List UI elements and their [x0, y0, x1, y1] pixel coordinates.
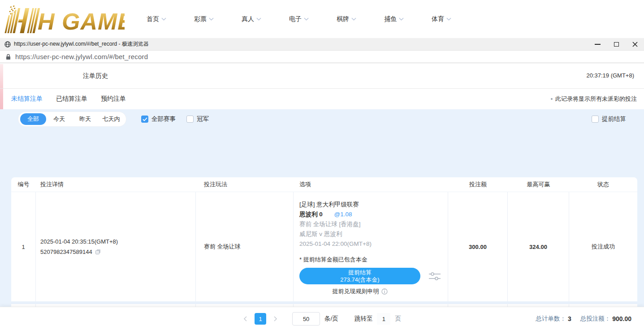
prev-page-icon[interactable] — [243, 316, 248, 321]
total-amount-value: 900.00 — [612, 315, 631, 322]
address-bar[interactable]: https://user-pc-new.jylywl.com/#/bet_rec… — [0, 51, 644, 63]
nav-label: 捕鱼 — [384, 15, 397, 23]
bullet-dot-icon — [551, 98, 553, 100]
total-count-value: 3 — [568, 315, 571, 322]
date-filter-seven-days[interactable]: 七天内 — [98, 113, 124, 125]
copy-icon[interactable] — [95, 249, 101, 255]
cell-max-win: 324.00 — [508, 192, 569, 301]
col-header-max-win: 最高可赢 — [508, 180, 569, 189]
globe-icon — [4, 41, 11, 47]
lock-icon — [6, 54, 11, 60]
maximize-icon[interactable] — [614, 42, 619, 47]
chevron-down-icon — [399, 17, 404, 21]
early-settlement-label: 提前结算 — [602, 115, 626, 123]
nav-label: 电子 — [289, 15, 302, 23]
cell-option: [足球] 意大利甲级联赛 恩波利 0 @1.08 赛前 全场让球 [香港盘] 威… — [294, 192, 448, 301]
per-page-label: 条/页 — [324, 315, 338, 323]
page-title: 注单历史 — [83, 72, 108, 80]
page-number-button[interactable]: 1 — [255, 313, 266, 325]
tab-unsettled[interactable]: 未结算注单 — [11, 95, 43, 103]
hh-game-logo[interactable]: H GAME — [4, 4, 125, 34]
match-teams: 威尼斯 v 恩波利 — [299, 229, 448, 239]
col-header-amount: 投注额 — [448, 180, 508, 189]
early-settlement-checkbox[interactable]: 提前结算 — [592, 115, 626, 123]
page-content: 注单历史 20:37:19 (GMT+8) 未结算注单 已结算注单 预约注单 此… — [0, 63, 644, 307]
checkbox-unchecked-icon — [592, 116, 599, 123]
all-events-checkbox[interactable]: 全部赛事 — [141, 115, 176, 123]
cashout-button-amount: 273.74(含本金) — [340, 276, 379, 283]
cell-no: 1 — [11, 192, 36, 301]
cashout-rule-text: 提前兑现规则申明 — [333, 287, 379, 296]
nav-label: 棋牌 — [337, 15, 349, 23]
cell-status: 投注成功 — [569, 192, 637, 301]
check-icon — [143, 117, 147, 121]
table-row: 1 2025-01-04 20:35:15(GMT+8) 52079823475… — [11, 192, 637, 301]
col-header-option: 选项 — [294, 180, 448, 189]
chevron-down-icon — [351, 17, 356, 21]
table-header-row: 编号 投注详情 投注玩法 选项 投注额 最高可赢 状态 — [11, 177, 637, 192]
chevron-down-icon — [161, 17, 166, 21]
cell-bet-amount: 300.00 — [448, 192, 508, 301]
pick-name: 恩波利 0 — [299, 211, 323, 218]
record-tabs: 未结算注单 已结算注单 预约注单 — [11, 89, 126, 109]
cashout-rule-link[interactable]: 提前兑现规则申明 — [299, 287, 420, 296]
close-icon[interactable] — [632, 42, 638, 47]
nav-item-slots[interactable]: 电子 — [289, 15, 309, 23]
nav-label: 首页 — [147, 15, 159, 23]
col-header-detail: 投注详情 — [36, 180, 196, 189]
pagination-footer: 1 条/页 跳转至 页 总计单数： 3 总投注额： 900.00 — [0, 307, 644, 330]
next-page-icon[interactable] — [272, 316, 278, 321]
sliders-icon[interactable] — [428, 271, 441, 281]
jump-to-label: 跳转至 — [354, 315, 373, 323]
bet-time: 2025-01-04 20:35:15(GMT+8) — [40, 236, 195, 247]
hh-game-logo-icon: H GAME — [4, 4, 125, 34]
tab-settled[interactable]: 已结算注单 — [56, 95, 87, 103]
date-filter-all[interactable]: 全部 — [20, 113, 46, 125]
odds-value: @1.08 — [334, 211, 352, 218]
nav-label: 体育 — [432, 15, 444, 23]
bet-id: 5207982347589144 — [40, 247, 92, 257]
nav-item-chess[interactable]: 棋牌 — [337, 15, 356, 23]
clock-text: 20:37:19 (GMT+8) — [586, 72, 634, 79]
nav-label: 真人 — [242, 15, 254, 23]
cashout-button-label: 提前结算 — [348, 269, 372, 276]
nav-label: 彩票 — [194, 15, 207, 23]
early-settle-note: * 提前结算金额已包含本金 — [299, 255, 448, 265]
info-icon — [381, 288, 388, 295]
chevron-down-icon — [256, 17, 261, 21]
champion-label: 冠军 — [197, 115, 209, 123]
match-time: 2025-01-04 22:00(GMT+8) — [299, 239, 448, 249]
cashout-button[interactable]: 提前结算 273.74(含本金) — [299, 268, 420, 284]
nav-item-fishing[interactable]: 捕鱼 — [384, 15, 404, 23]
svg-text:H GAME: H GAME — [38, 9, 125, 34]
early-settlement-filter: 提前结算 — [592, 111, 626, 127]
tab-reserved[interactable]: 预约注单 — [101, 95, 126, 103]
browser-title-bar: https://user-pc-new.jylywl.com/#/bet_rec… — [0, 38, 644, 51]
nav-item-lottery[interactable]: 彩票 — [194, 15, 214, 23]
checkbox-checked-icon — [141, 116, 148, 123]
league-name: [足球] 意大利甲级联赛 — [299, 200, 448, 210]
window-title: https://user-pc-new.jylywl.com/#/bet_rec… — [14, 40, 149, 48]
bet-table: 编号 投注详情 投注玩法 选项 投注额 最高可赢 状态 1 2025-01-04… — [11, 177, 637, 307]
nav-item-sports[interactable]: 体育 — [432, 15, 451, 23]
total-amount-label: 总投注额： — [580, 315, 611, 323]
cell-play: 赛前 全场让球 — [196, 192, 294, 301]
nav-item-live[interactable]: 真人 — [242, 15, 261, 23]
checkbox-unchecked-icon — [186, 116, 194, 123]
url-text: https://user-pc-new.jylywl.com/#/bet_rec… — [15, 53, 148, 60]
chevron-down-icon — [446, 17, 451, 21]
col-header-status: 状态 — [569, 180, 637, 189]
chevron-down-icon — [304, 17, 309, 21]
page-size-input[interactable] — [292, 312, 320, 326]
jump-page-input[interactable] — [377, 313, 390, 325]
page-unit-label: 页 — [395, 315, 401, 323]
nav-item-home[interactable]: 首页 — [147, 15, 166, 23]
col-header-no: 编号 — [11, 180, 36, 189]
date-filter-today[interactable]: 今天 — [46, 113, 72, 125]
champion-checkbox[interactable]: 冠军 — [186, 115, 209, 123]
date-filter-yesterday[interactable]: 昨天 — [72, 113, 98, 125]
bet-record-window: H GAME 首页 彩票 真人 电子 棋牌 — [0, 0, 644, 330]
minimize-icon[interactable] — [595, 44, 601, 45]
market-type: 赛前 全场让球 [香港盘] — [299, 219, 448, 229]
record-note: 此记录将显示所有未派彩的投注 — [551, 89, 637, 109]
